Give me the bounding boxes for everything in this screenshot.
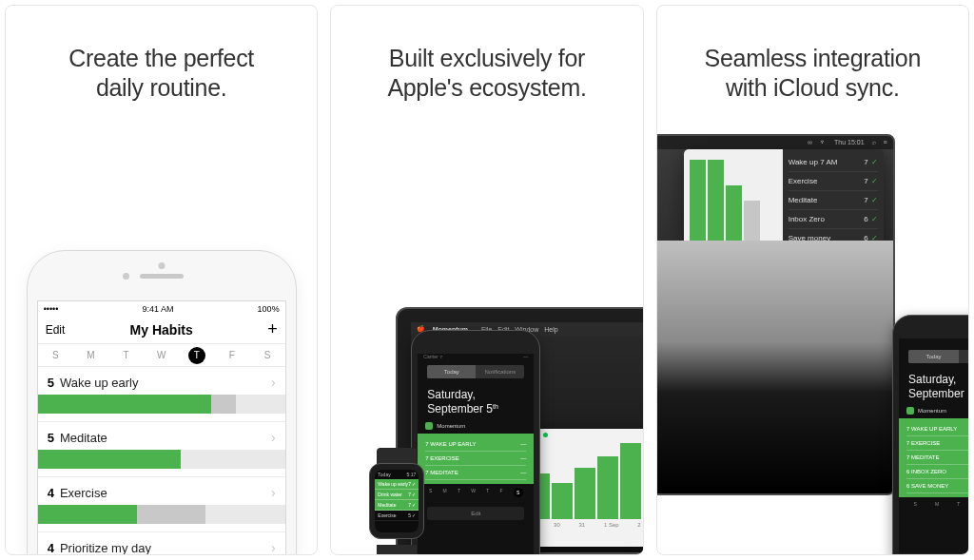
panel-create-routine: Create the perfect daily routine. ••••• … (5, 5, 318, 555)
widget-item[interactable]: 7 EXERCISE— (425, 452, 526, 466)
mini-week: SMTWTFS (418, 484, 534, 501)
app-icon (425, 422, 433, 430)
menubar-popover: 311 Sep234 Wake up 7 AM7✓Exercise7✓Medit… (684, 149, 884, 290)
weekday[interactable]: S (47, 350, 64, 360)
mac-chart (523, 441, 643, 519)
nav-title: My Habits (130, 322, 193, 338)
mini-week: SMTWT (899, 497, 968, 511)
segmented-control[interactable]: Today Notifications (427, 365, 524, 378)
stage: 🍎 Momentum FileEditWindowHelp 2930311 Se… (331, 104, 642, 555)
habit-row[interactable]: 4Prioritize my day› (38, 532, 285, 555)
edit-button[interactable]: Edit (46, 323, 80, 337)
seg-notifications[interactable]: Notifications (476, 365, 524, 378)
habit-progress-bar (38, 505, 285, 524)
menubar-time: Thu 15:01 (834, 139, 865, 145)
popover-habit-row[interactable]: Inbox Zero6✓ (789, 210, 878, 229)
today-date: Saturday, September (899, 367, 968, 405)
weekday[interactable]: T (118, 350, 135, 360)
habit-progress-bar (38, 450, 285, 469)
panel-icloud-sync: Seamless integration with iCloud sync. ∞… (656, 5, 969, 555)
nav-bar: Edit My Habits + (38, 316, 285, 344)
habit-widget: 7 WAKE UP EARLY—7 EXERCISE—7 MEDITATE—6 … (899, 418, 968, 497)
weekday-row: SMTWTFS (38, 344, 285, 367)
apple-watch-mockup: Today 5:17 Wake up early7 ✓Drink water7 … (360, 454, 434, 554)
mac-axis: 2930311 Sep2 (523, 519, 643, 528)
popover-axis: 311 Sep234 (690, 269, 779, 279)
watch-list-pending: Exercise5 ✓ (375, 511, 419, 521)
chevron-right-icon: › (271, 430, 276, 445)
segmented-control[interactable]: Today (908, 350, 968, 363)
desktop-display-mockup: ∞ ᯤ Thu 15:01 ⌕ ≡ 311 Sep234 Wake up 7 A… (657, 134, 895, 495)
widget-item[interactable]: 7 WAKE UP EARLY— (425, 437, 526, 452)
panel-apple-ecosystem: Built exclusively for Apple's ecosystem.… (330, 5, 643, 555)
habit-row[interactable]: 4Exercise› (38, 477, 285, 532)
popover-habit-row[interactable]: Save money6✓ (789, 229, 878, 248)
infinity-icon[interactable]: ∞ (808, 139, 812, 145)
chart-bar (552, 483, 573, 519)
habit-count: 5 (48, 431, 54, 445)
habit-name: Exercise (60, 486, 107, 500)
search-icon[interactable]: ⌕ (872, 139, 876, 145)
popover-habits: Wake up 7 AM7✓Exercise7✓Meditate7✓Inbox … (783, 149, 884, 290)
widget-title: Momentum (418, 420, 534, 432)
habit-name: Meditate (60, 431, 107, 445)
widget-item[interactable]: 6 INBOX ZERO— (906, 465, 968, 479)
habit-count: 5 (48, 376, 54, 390)
chevron-right-icon: › (271, 540, 276, 555)
wifi-icon[interactable]: ᯤ (820, 139, 827, 145)
widget-item[interactable]: 7 MEDITATE— (425, 466, 526, 480)
new-habit-button[interactable]: New Habit (690, 273, 878, 286)
habits-list: 5Wake up early›5Meditate›4Exercise›4Prio… (38, 367, 285, 555)
weekday[interactable]: S (259, 350, 276, 360)
menubar-item[interactable]: Help (544, 326, 557, 333)
battery: 100% (258, 304, 280, 314)
status-time: 9:41 AM (143, 304, 174, 314)
habit-widget: 7 WAKE UP EARLY—7 EXERCISE—7 MEDITATE— (418, 434, 534, 484)
today-date: Saturday, September 5th (418, 382, 534, 420)
habit-count: 4 (48, 486, 54, 500)
widget-item[interactable]: 7 WAKE UP EARLY— (906, 422, 968, 436)
menu-icon[interactable]: ≡ (884, 139, 887, 145)
habit-row[interactable]: 5Meditate› (38, 422, 285, 477)
chevron-right-icon: › (271, 485, 276, 500)
watch-list-done: Wake up early7 ✓Drink water7 ✓Meditate7 … (375, 479, 419, 511)
edit-button[interactable]: Edit (427, 507, 524, 520)
widget-item[interactable]: 7 EXERCISE— (906, 436, 968, 451)
weekday[interactable]: M (82, 350, 99, 360)
signal: ••••• (44, 304, 59, 314)
weekday[interactable]: F (224, 350, 241, 360)
add-button[interactable]: + (244, 319, 278, 339)
habit-name: Prioritize my day (60, 541, 151, 555)
headline: Create the perfect daily routine. (6, 6, 317, 104)
popover-chart (690, 155, 779, 265)
popover-habit-row[interactable]: Exercise7✓ (789, 172, 878, 191)
popover-habit-row[interactable]: Wake up 7 AM7✓ (789, 153, 878, 172)
chart-bar (620, 443, 641, 519)
chart-bar (597, 456, 618, 519)
mac-menubar: ∞ ᯤ Thu 15:01 ⌕ ≡ (657, 136, 893, 149)
chart-bar (575, 468, 595, 519)
chevron-right-icon: › (271, 375, 276, 390)
habit-row[interactable]: 5Wake up early› (38, 367, 285, 422)
widget-item[interactable]: 6 SAVE MONEY— (906, 479, 968, 493)
popover-habit-row[interactable]: Meditate7✓ (789, 191, 878, 210)
seg-today[interactable]: Today (427, 365, 476, 378)
mac-window: 2930311 Sep2 (523, 429, 643, 547)
widget-item[interactable]: 7 MEDITATE— (906, 451, 968, 465)
widget-title: Momentum (899, 405, 968, 416)
stage: ••••• 9:41 AM 100% Edit My Habits + SMTW… (6, 104, 317, 555)
weekday[interactable]: T (188, 347, 205, 364)
watch-title: Today (378, 472, 390, 477)
status-bar: ••••• 9:41 AM 100% (38, 301, 285, 316)
headline: Seamless integration with iCloud sync. (657, 6, 968, 104)
habit-count: 4 (48, 541, 54, 555)
iphone-white-mockup: ••••• 9:41 AM 100% Edit My Habits + SMTW… (27, 250, 297, 555)
watch-time: 5:17 (407, 472, 417, 477)
seg-today[interactable]: Today (908, 350, 959, 363)
iphone-black-mockup: Today Saturday, September Momentum 7 WAK… (892, 315, 968, 554)
weekday[interactable]: W (153, 350, 170, 360)
headline: Built exclusively for Apple's ecosystem. (331, 6, 642, 104)
habit-progress-bar (38, 395, 285, 414)
iphone-screen: ••••• 9:41 AM 100% Edit My Habits + SMTW… (37, 300, 286, 555)
habit-name: Wake up early (60, 376, 139, 390)
